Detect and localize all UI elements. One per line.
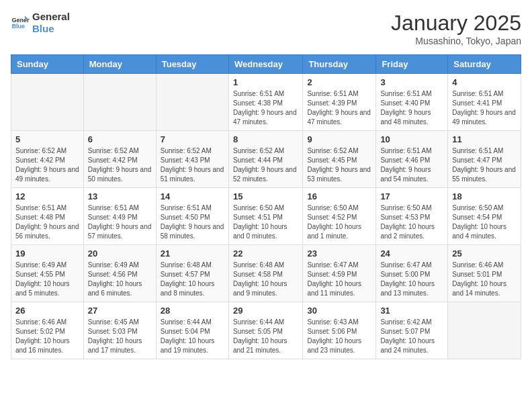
calendar-week-row: 26Sunrise: 6:46 AM Sunset: 5:02 PM Dayli… — [11, 302, 521, 359]
logo-icon: General Blue — [11, 13, 30, 32]
day-info: Sunrise: 6:51 AM Sunset: 4:41 PM Dayligh… — [452, 89, 517, 127]
day-number: 20 — [88, 248, 152, 259]
day-number: 21 — [161, 248, 224, 259]
day-number: 18 — [452, 191, 517, 201]
day-number: 1 — [233, 77, 298, 87]
calendar-cell: 22Sunrise: 6:48 AM Sunset: 4:58 PM Dayli… — [228, 245, 302, 302]
day-info: Sunrise: 6:51 AM Sunset: 4:48 PM Dayligh… — [15, 203, 79, 241]
day-info: Sunrise: 6:51 AM Sunset: 4:39 PM Dayligh… — [307, 89, 371, 127]
day-info: Sunrise: 6:50 AM Sunset: 4:51 PM Dayligh… — [233, 203, 298, 241]
calendar-week-row: 19Sunrise: 6:49 AM Sunset: 4:55 PM Dayli… — [11, 245, 521, 302]
calendar-title: January 2025 — [391, 11, 521, 36]
weekday-header-tuesday: Tuesday — [156, 55, 228, 74]
day-number: 31 — [380, 306, 443, 316]
calendar-cell: 18Sunrise: 6:50 AM Sunset: 4:54 PM Dayli… — [448, 188, 521, 245]
day-number: 16 — [307, 191, 371, 201]
day-info: Sunrise: 6:50 AM Sunset: 4:53 PM Dayligh… — [380, 203, 443, 241]
day-number: 26 — [15, 306, 79, 316]
calendar-cell: 19Sunrise: 6:49 AM Sunset: 4:55 PM Dayli… — [11, 245, 84, 302]
day-number: 29 — [233, 306, 298, 316]
day-info: Sunrise: 6:45 AM Sunset: 5:03 PM Dayligh… — [88, 318, 152, 355]
day-info: Sunrise: 6:52 AM Sunset: 4:45 PM Dayligh… — [307, 146, 371, 184]
day-info: Sunrise: 6:44 AM Sunset: 5:05 PM Dayligh… — [233, 318, 298, 355]
title-area: January 2025 Musashino, Tokyo, Japan — [391, 11, 521, 46]
weekday-header-wednesday: Wednesday — [228, 55, 302, 74]
calendar-cell: 7Sunrise: 6:52 AM Sunset: 4:43 PM Daylig… — [156, 131, 228, 188]
day-info: Sunrise: 6:52 AM Sunset: 4:44 PM Dayligh… — [233, 146, 298, 184]
weekday-header-saturday: Saturday — [448, 55, 521, 74]
day-info: Sunrise: 6:49 AM Sunset: 4:56 PM Dayligh… — [88, 261, 152, 298]
day-number: 5 — [15, 134, 79, 144]
day-info: Sunrise: 6:50 AM Sunset: 4:54 PM Dayligh… — [452, 203, 517, 241]
calendar-cell: 1Sunrise: 6:51 AM Sunset: 4:38 PM Daylig… — [228, 74, 302, 131]
day-info: Sunrise: 6:50 AM Sunset: 4:52 PM Dayligh… — [307, 203, 371, 241]
calendar-week-row: 1Sunrise: 6:51 AM Sunset: 4:38 PM Daylig… — [11, 74, 521, 131]
calendar-cell: 9Sunrise: 6:52 AM Sunset: 4:45 PM Daylig… — [303, 131, 376, 188]
day-number: 24 — [380, 248, 443, 259]
day-info: Sunrise: 6:52 AM Sunset: 4:42 PM Dayligh… — [88, 146, 152, 184]
day-info: Sunrise: 6:47 AM Sunset: 5:00 PM Dayligh… — [380, 261, 443, 298]
calendar-cell — [83, 74, 156, 131]
calendar-cell: 25Sunrise: 6:46 AM Sunset: 5:01 PM Dayli… — [448, 245, 521, 302]
day-number: 30 — [307, 306, 371, 316]
day-number: 3 — [380, 77, 443, 87]
calendar-table: SundayMondayTuesdayWednesdayThursdayFrid… — [11, 54, 521, 359]
calendar-cell — [156, 74, 228, 131]
calendar-cell — [448, 302, 521, 359]
calendar-cell: 21Sunrise: 6:48 AM Sunset: 4:57 PM Dayli… — [156, 245, 228, 302]
calendar-cell: 10Sunrise: 6:51 AM Sunset: 4:46 PM Dayli… — [376, 131, 448, 188]
day-number: 23 — [307, 248, 371, 259]
calendar-cell: 27Sunrise: 6:45 AM Sunset: 5:03 PM Dayli… — [83, 302, 156, 359]
calendar-cell: 28Sunrise: 6:44 AM Sunset: 5:04 PM Dayli… — [156, 302, 228, 359]
day-info: Sunrise: 6:48 AM Sunset: 4:57 PM Dayligh… — [161, 261, 224, 298]
day-info: Sunrise: 6:51 AM Sunset: 4:49 PM Dayligh… — [88, 203, 152, 241]
svg-text:General: General — [11, 17, 30, 24]
day-info: Sunrise: 6:46 AM Sunset: 5:01 PM Dayligh… — [452, 261, 517, 298]
day-info: Sunrise: 6:51 AM Sunset: 4:38 PM Dayligh… — [233, 89, 298, 127]
weekday-header-thursday: Thursday — [303, 55, 376, 74]
calendar-cell: 12Sunrise: 6:51 AM Sunset: 4:48 PM Dayli… — [11, 188, 84, 245]
day-info: Sunrise: 6:51 AM Sunset: 4:47 PM Dayligh… — [452, 146, 517, 184]
day-number: 15 — [233, 191, 298, 201]
day-info: Sunrise: 6:47 AM Sunset: 4:59 PM Dayligh… — [307, 261, 371, 298]
logo: General Blue General Blue — [11, 11, 70, 35]
calendar-cell — [11, 74, 84, 131]
page-header: General Blue General Blue January 2025 M… — [11, 11, 521, 46]
day-number: 28 — [161, 306, 224, 316]
day-number: 12 — [15, 191, 79, 201]
weekday-header-sunday: Sunday — [11, 55, 84, 74]
calendar-cell: 23Sunrise: 6:47 AM Sunset: 4:59 PM Dayli… — [303, 245, 376, 302]
day-info: Sunrise: 6:43 AM Sunset: 5:06 PM Dayligh… — [307, 318, 371, 355]
calendar-cell: 16Sunrise: 6:50 AM Sunset: 4:52 PM Dayli… — [303, 188, 376, 245]
day-info: Sunrise: 6:52 AM Sunset: 4:42 PM Dayligh… — [15, 146, 79, 184]
calendar-cell: 5Sunrise: 6:52 AM Sunset: 4:42 PM Daylig… — [11, 131, 84, 188]
day-number: 8 — [233, 134, 298, 144]
day-number: 2 — [307, 77, 371, 87]
logo-general: General — [32, 11, 70, 23]
day-number: 19 — [15, 248, 79, 259]
calendar-cell: 13Sunrise: 6:51 AM Sunset: 4:49 PM Dayli… — [83, 188, 156, 245]
day-info: Sunrise: 6:49 AM Sunset: 4:55 PM Dayligh… — [15, 261, 79, 298]
day-number: 4 — [452, 77, 517, 87]
calendar-cell: 11Sunrise: 6:51 AM Sunset: 4:47 PM Dayli… — [448, 131, 521, 188]
day-info: Sunrise: 6:46 AM Sunset: 5:02 PM Dayligh… — [15, 318, 79, 355]
day-number: 7 — [161, 134, 224, 144]
day-info: Sunrise: 6:51 AM Sunset: 4:40 PM Dayligh… — [380, 89, 443, 127]
calendar-cell: 4Sunrise: 6:51 AM Sunset: 4:41 PM Daylig… — [448, 74, 521, 131]
day-number: 6 — [88, 134, 152, 144]
day-info: Sunrise: 6:52 AM Sunset: 4:43 PM Dayligh… — [161, 146, 224, 184]
calendar-cell: 2Sunrise: 6:51 AM Sunset: 4:39 PM Daylig… — [303, 74, 376, 131]
day-number: 17 — [380, 191, 443, 201]
calendar-cell: 31Sunrise: 6:42 AM Sunset: 5:07 PM Dayli… — [376, 302, 448, 359]
day-number: 25 — [452, 248, 517, 259]
calendar-cell: 30Sunrise: 6:43 AM Sunset: 5:06 PM Dayli… — [303, 302, 376, 359]
weekday-header-row: SundayMondayTuesdayWednesdayThursdayFrid… — [11, 55, 521, 74]
calendar-subtitle: Musashino, Tokyo, Japan — [391, 36, 521, 46]
day-number: 22 — [233, 248, 298, 259]
weekday-header-friday: Friday — [376, 55, 448, 74]
svg-text:Blue: Blue — [11, 23, 25, 30]
calendar-cell: 8Sunrise: 6:52 AM Sunset: 4:44 PM Daylig… — [228, 131, 302, 188]
calendar-cell: 24Sunrise: 6:47 AM Sunset: 5:00 PM Dayli… — [376, 245, 448, 302]
calendar-week-row: 12Sunrise: 6:51 AM Sunset: 4:48 PM Dayli… — [11, 188, 521, 245]
day-info: Sunrise: 6:51 AM Sunset: 4:50 PM Dayligh… — [161, 203, 224, 241]
